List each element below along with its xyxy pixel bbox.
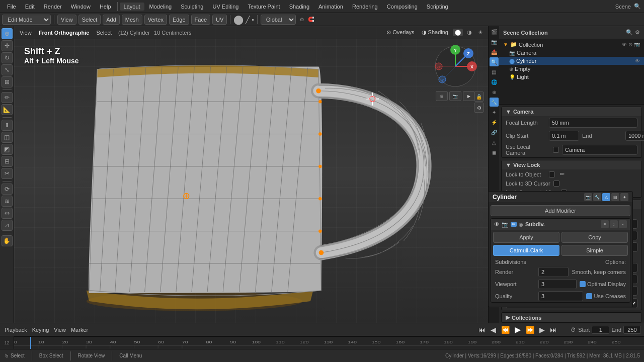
jump-end-btn[interactable]: ⏭ [548, 326, 558, 334]
mesh-menu-btn[interactable]: Mesh [122, 15, 142, 25]
viewport-subdiv-input[interactable] [538, 279, 577, 289]
view-lock-icon[interactable]: 🔒 [474, 92, 484, 102]
add-modifier-btn[interactable]: Add Modifier [491, 205, 630, 216]
camera-view-btn[interactable]: 📷 [449, 91, 461, 101]
tree-scene-collection[interactable]: ▼ 📁 Collection 👁 ⊙ 📷 [499, 40, 644, 49]
bevel-tool[interactable]: ◩ [2, 144, 13, 155]
subdiv-eye-icon[interactable]: 👁 [494, 221, 500, 227]
inset-tool[interactable]: ◫ [2, 132, 13, 143]
menu-shading[interactable]: Shading [285, 3, 313, 11]
select-menu-btn[interactable]: Select [78, 15, 101, 25]
scene-props-2-icon[interactable]: ▤ [490, 67, 499, 76]
next-frame-btn[interactable]: ▶ [538, 326, 546, 334]
shading-btn[interactable]: ◑ Shading [419, 29, 451, 36]
prev-frame-btn[interactable]: ◀ [489, 326, 498, 334]
modifier-props-icon[interactable]: 🔧 [490, 98, 499, 107]
edge-menu-btn[interactable]: Edge [169, 15, 189, 25]
lock-to-object-checkbox[interactable] [549, 171, 555, 177]
vis-camera-icon[interactable]: 📷 [634, 42, 640, 47]
data-icon[interactable]: △ [490, 138, 499, 147]
menu-scripting[interactable]: Scripting [423, 3, 452, 11]
menu-animation[interactable]: Animation [314, 3, 347, 11]
snap-icon[interactable]: 🧲 [308, 17, 314, 22]
menu-edit[interactable]: Edit [21, 3, 39, 11]
particles-icon[interactable]: ✦ [490, 108, 499, 117]
vis-eye-icon[interactable]: 👁 [622, 42, 627, 47]
material-icon[interactable]: ◼ [490, 148, 499, 157]
quality-subdiv-input[interactable] [538, 291, 583, 301]
catmull-clark-btn[interactable]: Catmull-Clark [493, 245, 559, 256]
use-creases-checkbox[interactable] [586, 293, 592, 299]
tree-empty[interactable]: ⊕ Empty [499, 65, 644, 73]
menu-window[interactable]: Window [67, 3, 95, 11]
vp-select-btn[interactable]: Select [94, 29, 114, 36]
shading-solid-btn[interactable]: ⬤ [453, 29, 463, 36]
menu-modeling[interactable]: Modeling [145, 3, 176, 11]
edit-mode-select[interactable]: Edit Mode Object Mode Sculpt Mode [2, 15, 51, 25]
jump-start-btn[interactable]: ⏮ [477, 326, 487, 334]
local-camera-input[interactable] [562, 145, 637, 155]
mod-prop-icon-2[interactable]: 🔧 [593, 193, 601, 201]
menu-rendering[interactable]: Rendering [348, 3, 382, 11]
mod-prop-icon-3[interactable]: △ [602, 193, 610, 201]
mod-prop-icon-5[interactable]: ✦ [620, 193, 628, 201]
scene-settings-icon[interactable]: ⚙ [635, 29, 640, 36]
frame-start-input[interactable] [592, 326, 609, 334]
render-props-icon[interactable]: 📷 [490, 37, 499, 46]
menu-uv-editing[interactable]: UV Editing [208, 3, 243, 11]
menu-compositing[interactable]: Compositing [383, 3, 422, 11]
mod-prop-icon-4[interactable]: ▤ [611, 193, 619, 201]
clip-end-input[interactable] [625, 131, 644, 141]
view-lock-header[interactable]: ▼ View Lock [502, 160, 641, 169]
view-label[interactable]: View [52, 327, 67, 333]
add-menu-btn[interactable]: Add [103, 15, 120, 25]
menu-texture-paint[interactable]: Texture Paint [244, 3, 284, 11]
copy-btn[interactable]: Copy [561, 232, 628, 243]
apply-btn[interactable]: Apply [493, 232, 559, 243]
cylinder-vis-icon[interactable]: 👁 [635, 58, 640, 64]
view-settings-icon[interactable]: ⚙ [474, 103, 484, 113]
extrude-tool[interactable]: ⬆ [2, 120, 13, 131]
transform-tool[interactable]: ⊞ [2, 76, 13, 87]
transform-select[interactable]: Global Local Normal [261, 15, 296, 25]
output-props-icon[interactable]: 📤 [490, 47, 499, 56]
face-menu-btn[interactable]: Face [191, 15, 210, 25]
lock-to-cursor-checkbox[interactable] [553, 180, 559, 187]
scale-tool[interactable]: ⤡ [2, 64, 13, 75]
render-subdiv-input[interactable] [538, 267, 569, 277]
scene-filter-icon[interactable]: 🔍 [626, 29, 633, 36]
menu-sculpting[interactable]: Sculpting [177, 3, 207, 11]
tree-cylinder[interactable]: ⬤ Cylinder 👁 [499, 57, 644, 65]
focal-length-input[interactable] [549, 118, 637, 128]
scene-props-icon[interactable]: 🎬 [490, 27, 499, 36]
prev-keyframe-btn[interactable]: ⏪ [500, 326, 511, 334]
simple-btn[interactable]: Simple [561, 245, 628, 256]
search-icon[interactable]: 🔍 [634, 3, 641, 10]
loop-cut-tool[interactable]: ⊟ [2, 156, 13, 167]
knife-tool[interactable]: ✂ [2, 168, 13, 179]
smooth-tool[interactable]: ≋ [2, 196, 13, 207]
local-camera-checkbox[interactable] [553, 147, 559, 153]
frame-end-input[interactable] [623, 326, 641, 334]
clip-start-input[interactable] [549, 131, 579, 141]
mod-prop-icon-1[interactable]: 📷 [584, 193, 592, 201]
vis-restrict-icon[interactable]: ⊙ [628, 42, 632, 47]
constraints-icon[interactable]: 🔗 [490, 128, 499, 137]
playback-label[interactable]: Playback [3, 327, 29, 333]
grab-tool[interactable]: ✋ [2, 235, 13, 246]
annotate-tool[interactable]: ✏ [2, 92, 13, 103]
object-props-icon[interactable]: ⊕ [490, 87, 499, 97]
subdiv-edit-icon[interactable]: ✏ [511, 222, 517, 227]
marker-label[interactable]: Marker [69, 327, 90, 333]
menu-help[interactable]: Help [96, 3, 115, 11]
next-keyframe-btn[interactable]: ⏩ [524, 326, 536, 334]
vp-view-btn[interactable]: View [17, 29, 34, 36]
optimal-display-checkbox[interactable] [580, 281, 586, 287]
menu-layout[interactable]: Layout [120, 3, 144, 11]
vertex-menu-btn[interactable]: Vertex [144, 15, 167, 25]
proportional-icon[interactable]: ⊙ [298, 17, 306, 22]
world-props-icon[interactable]: 🌐 [490, 77, 499, 86]
view-layer-props-icon[interactable]: 🔍 [490, 57, 499, 66]
spin-tool[interactable]: ⟳ [2, 184, 13, 195]
lock-to-object-icon[interactable]: ✏ [560, 171, 565, 177]
